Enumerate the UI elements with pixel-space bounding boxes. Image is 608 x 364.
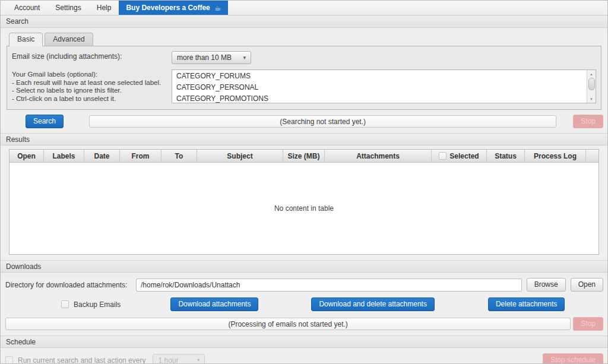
column-header-open[interactable]: Open bbox=[10, 150, 44, 162]
list-item-category-promotions[interactable]: CATEGORY_PROMOTIONS bbox=[172, 93, 587, 103]
tab-advanced[interactable]: Advanced bbox=[45, 33, 93, 46]
search-button[interactable]: Search bbox=[26, 115, 64, 128]
email-size-value: more than 10 MB bbox=[177, 53, 232, 62]
downloads-progress-bar: (Processing of emails not started yet.) bbox=[5, 318, 571, 330]
empty-table-placeholder: No content in table bbox=[274, 204, 334, 213]
results-section-title: Results bbox=[6, 135, 30, 144]
list-item-category-personal[interactable]: CATEGORY_PERSONAL bbox=[172, 82, 587, 93]
directory-label: Directory for downloaded attachments: bbox=[5, 281, 136, 289]
column-header-attachments[interactable]: Attachments bbox=[325, 150, 432, 162]
search-tab-pane: Basic Advanced Email size (including att… bbox=[7, 33, 601, 110]
column-header-subject[interactable]: Subject bbox=[197, 150, 283, 162]
downloads-progress-text: (Processing of emails not started yet.) bbox=[228, 320, 347, 328]
delete-attachments-button[interactable]: Delete attachments bbox=[488, 297, 565, 311]
menu-account[interactable]: Account bbox=[7, 1, 48, 15]
schedule-section-body: Run current search and last action every… bbox=[1, 348, 607, 364]
scroll-down-icon[interactable]: ▼ bbox=[587, 95, 596, 103]
schedule-section-header: Schedule bbox=[1, 335, 607, 348]
backup-emails-checkbox[interactable] bbox=[61, 300, 69, 308]
basic-tab-content: Email size (including attachments): more… bbox=[7, 46, 601, 110]
select-all-checkbox[interactable] bbox=[439, 152, 446, 160]
scroll-up-icon[interactable]: ▲ bbox=[587, 70, 596, 78]
search-tabs: Basic Advanced bbox=[7, 33, 601, 46]
column-header-labels[interactable]: Labels bbox=[44, 150, 84, 162]
column-header-size-mb[interactable]: Size (MB) bbox=[283, 150, 325, 162]
column-header-date[interactable]: Date bbox=[84, 150, 120, 162]
chevron-down-icon: ▾ bbox=[197, 357, 200, 363]
results-table-header: Open Labels Date From To Subject Size (M… bbox=[10, 150, 598, 163]
tab-basic[interactable]: Basic bbox=[9, 33, 43, 46]
column-header-filler bbox=[586, 150, 598, 162]
gmail-labels-list[interactable]: CATEGORY_FORUMS CATEGORY_PERSONAL CATEGO… bbox=[172, 69, 596, 103]
gmail-labels-note-3: - Ctrl-click on a label to unselect it. bbox=[12, 95, 172, 103]
gmail-labels-list-items: CATEGORY_FORUMS CATEGORY_PERSONAL CATEGO… bbox=[172, 70, 587, 103]
results-section-header: Results bbox=[1, 133, 607, 145]
menu-buy-developers-coffee[interactable]: Buy Developers a Coffee ☕ bbox=[119, 1, 228, 15]
menu-help[interactable]: Help bbox=[89, 1, 119, 15]
list-item-category-forums[interactable]: CATEGORY_FORUMS bbox=[172, 71, 587, 82]
backup-emails-label: Backup Emails bbox=[74, 300, 121, 309]
results-table: Open Labels Date From To Subject Size (M… bbox=[9, 149, 599, 255]
gmail-labels-note-2: - Select no labels to ignore this filter… bbox=[12, 87, 172, 95]
results-table-body: No content in table bbox=[10, 163, 598, 254]
directory-input[interactable] bbox=[136, 278, 522, 292]
backup-emails-option[interactable]: Backup Emails bbox=[61, 300, 121, 309]
downloads-section-title: Downloads bbox=[6, 262, 41, 271]
labels-list-scrollbar[interactable]: ▲ ▼ bbox=[587, 70, 596, 103]
schedule-interval-value: 1 hour bbox=[158, 356, 178, 364]
download-attachments-button[interactable]: Download attachments bbox=[170, 297, 258, 311]
email-size-label: Email size (including attachments): bbox=[12, 51, 172, 61]
search-section-title: Search bbox=[6, 17, 28, 26]
column-header-from[interactable]: From bbox=[120, 150, 162, 162]
column-header-status[interactable]: Status bbox=[487, 150, 525, 162]
column-header-selected[interactable]: Selected bbox=[432, 150, 487, 162]
scrollbar-track[interactable] bbox=[587, 78, 596, 95]
downloads-stop-button[interactable]: Stop bbox=[573, 317, 603, 331]
schedule-section-title: Schedule bbox=[6, 338, 36, 346]
schedule-run-label: Run current search and last action every bbox=[18, 356, 145, 364]
schedule-interval-dropdown[interactable]: 1 hour ▾ bbox=[153, 354, 205, 364]
column-header-selected-label: Selected bbox=[449, 152, 479, 160]
download-and-delete-attachments-button[interactable]: Download and delete attachments bbox=[311, 297, 434, 311]
scrollbar-thumb[interactable] bbox=[588, 78, 595, 90]
search-progress-bar: (Searching not started yet.) bbox=[89, 115, 556, 128]
downloads-section-body: Directory for downloaded attachments: Br… bbox=[1, 278, 607, 335]
column-header-process-log[interactable]: Process Log bbox=[525, 150, 586, 162]
gmail-labels-help: Your Gmail labels (optional): - Each res… bbox=[12, 69, 172, 103]
menu-coffee-label: Buy Developers a Coffee bbox=[126, 4, 210, 12]
search-section-body: Basic Advanced Email size (including att… bbox=[1, 33, 607, 128]
menu-bar: Account Settings Help Buy Developers a C… bbox=[1, 1, 607, 15]
results-section-body: Open Labels Date From To Subject Size (M… bbox=[1, 145, 607, 260]
browse-button[interactable]: Browse bbox=[527, 278, 566, 292]
column-header-to[interactable]: To bbox=[162, 150, 197, 162]
schedule-enable-checkbox[interactable] bbox=[5, 356, 13, 364]
chevron-down-icon: ▾ bbox=[243, 55, 246, 61]
open-button[interactable]: Open bbox=[571, 278, 603, 292]
search-progress-text: (Searching not started yet.) bbox=[280, 118, 366, 126]
email-size-dropdown[interactable]: more than 10 MB ▾ bbox=[172, 51, 251, 64]
coffee-cup-icon: ☕ bbox=[214, 4, 221, 12]
menu-settings[interactable]: Settings bbox=[48, 1, 88, 15]
gmail-labels-note-1: - Each result will have at least one sel… bbox=[12, 79, 172, 87]
search-stop-button[interactable]: Stop bbox=[573, 115, 603, 128]
stop-schedule-button[interactable]: Stop schedule bbox=[543, 353, 603, 364]
gmail-labels-heading: Your Gmail labels (optional): bbox=[12, 71, 172, 79]
downloads-section-header: Downloads bbox=[1, 260, 607, 273]
search-section-header: Search bbox=[1, 15, 607, 28]
unattach-window: Account Settings Help Buy Developers a C… bbox=[0, 0, 608, 364]
